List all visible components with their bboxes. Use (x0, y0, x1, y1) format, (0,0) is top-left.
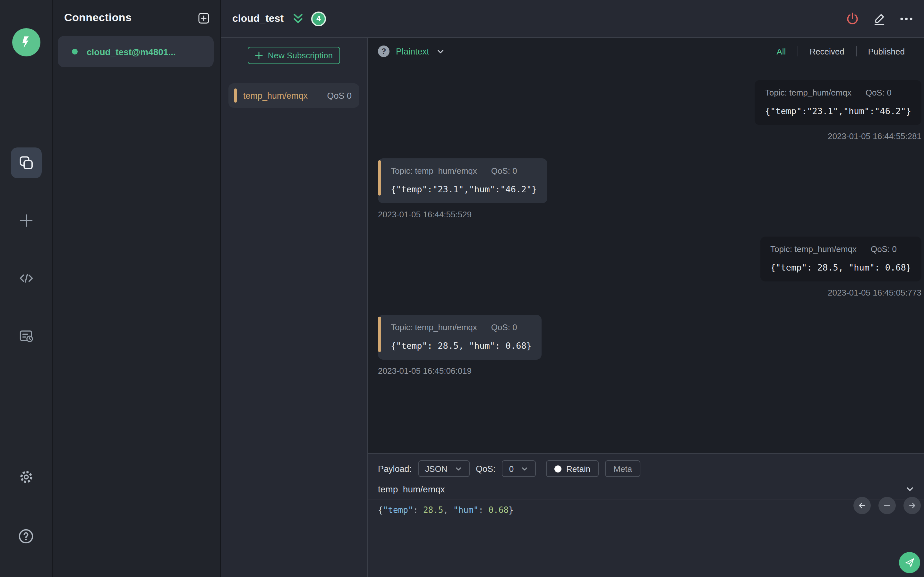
payload-label: Payload: (378, 464, 412, 474)
message-card: Topic: temp_hum/emqx QoS: 0 {"temp":"23.… (378, 158, 547, 203)
double-chevron-down-icon (291, 12, 305, 25)
editor-token: 0.68 (488, 505, 509, 515)
send-plane-icon (904, 557, 915, 568)
edit-connection-button[interactable] (871, 11, 887, 26)
plus-icon (255, 51, 263, 60)
message-timestamp: 2023-01-05 16:45:05:773 (828, 288, 921, 298)
minus-icon (882, 501, 892, 510)
connection-title: cloud_test (232, 13, 284, 24)
header-actions (845, 11, 914, 26)
send-button[interactable] (899, 552, 920, 573)
sidebar-item-connections[interactable] (11, 147, 41, 178)
payload-format-dropdown[interactable]: ? Plaintext (378, 45, 445, 57)
payload-editor[interactable]: {"temp": 28.5, "hum": 0.68} (368, 500, 924, 521)
power-icon (845, 11, 859, 26)
message-published: Topic: temp_hum/emqx QoS: 0 {"temp":"23.… (378, 80, 921, 141)
qos-value: 0 (509, 464, 514, 474)
gear-icon (18, 469, 34, 485)
format-help-icon[interactable]: ? (378, 45, 389, 57)
sidebar-bottom (11, 462, 41, 551)
messages-toolbar: ? Plaintext All Received Published (368, 38, 924, 65)
topic-input[interactable]: temp_hum/emqx (378, 484, 905, 494)
sidebar-item-log[interactable] (11, 321, 41, 351)
add-connection-button[interactable] (197, 11, 210, 24)
message-topic: Topic: temp_hum/emqx (391, 322, 477, 332)
subscription-item[interactable]: temp_hum/emqx QoS 0 (228, 83, 359, 108)
retain-label: Retain (566, 464, 590, 474)
disconnect-button[interactable] (845, 11, 860, 26)
sidebar-item-settings[interactable] (11, 462, 41, 492)
pencil-icon (872, 11, 887, 26)
message-timestamp: 2023-01-05 16:45:06:019 (378, 366, 472, 376)
code-icon (18, 270, 34, 287)
message-card: Topic: temp_hum/emqx QoS: 0 {"temp":"23.… (755, 80, 921, 125)
editor-token: : (478, 505, 488, 515)
connections-panel: Connections cloud_test@m4801... (53, 0, 221, 577)
retain-toggle[interactable]: Retain (546, 460, 599, 477)
history-prev-button[interactable] (853, 497, 871, 514)
message-count-badge: 4 (311, 11, 326, 26)
message-payload: {"temp":"23.1","hum":"46.2"} (391, 184, 537, 194)
chevron-down-icon (454, 464, 462, 473)
message-topic: Topic: temp_hum/emqx (771, 244, 857, 254)
editor-token: "hum" (453, 505, 478, 515)
editor-token: : (413, 505, 423, 515)
message-topic: Topic: temp_hum/emqx (765, 88, 851, 97)
history-clear-button[interactable] (879, 497, 896, 514)
plus-icon (18, 212, 34, 229)
retain-dot-icon (554, 465, 561, 472)
sidebar-item-help[interactable] (11, 521, 41, 551)
editor-token: 28.5 (423, 505, 443, 515)
arrow-right-icon (907, 501, 917, 510)
message-accent-bar (378, 317, 381, 351)
sidebar-item-new-connection[interactable] (11, 205, 41, 236)
message-payload: {"temp": 28.5, "hum": 0.68} (771, 262, 911, 272)
message-qos: QoS: 0 (491, 322, 517, 332)
qos-select[interactable]: 0 (502, 460, 535, 477)
connection-status-dot (72, 49, 78, 55)
collapse-connection-button[interactable] (291, 12, 305, 25)
filter-tab-all[interactable]: All (765, 47, 797, 56)
messages-pane: ? Plaintext All Received Published (368, 38, 924, 577)
message-qos: QoS: 0 (491, 166, 517, 176)
message-topic: Topic: temp_hum/emqx (391, 166, 477, 176)
collapse-editor-icon[interactable] (905, 484, 915, 494)
connection-header: cloud_test 4 (221, 0, 924, 38)
message-received: Topic: temp_hum/emqx QoS: 0 {"temp": 28.… (378, 315, 921, 376)
arrow-left-icon (857, 501, 867, 510)
subscription-topic: temp_hum/emqx (243, 91, 322, 100)
payload-format-value: JSON (425, 464, 447, 474)
new-subscription-button[interactable]: New Subscription (248, 47, 340, 64)
main-area: cloud_test 4 (221, 0, 924, 577)
message-qos: QoS: 0 (866, 88, 892, 97)
message-payload: {"temp": 28.5, "hum": 0.68} (391, 340, 531, 351)
connection-name: cloud_test@m4801... (87, 47, 176, 57)
chevron-down-icon (436, 47, 445, 56)
filter-tab-received[interactable]: Received (798, 47, 856, 56)
sidebar-item-script[interactable] (11, 263, 41, 293)
format-value: Plaintext (396, 47, 429, 56)
chevron-down-icon (520, 464, 528, 473)
editor-token: { (378, 505, 383, 515)
qos-label: QoS: (476, 464, 496, 474)
message-filters: All Received Published (765, 46, 916, 56)
message-list[interactable]: Topic: temp_hum/emqx QoS: 0 {"temp":"23.… (368, 65, 924, 453)
sidebar-nav (11, 147, 41, 351)
meta-button[interactable]: Meta (605, 460, 640, 477)
more-options-button[interactable] (898, 11, 914, 26)
logo-glyph (18, 34, 34, 51)
log-icon (18, 327, 34, 344)
connection-list-item[interactable]: cloud_test@m4801... (58, 36, 214, 67)
subscription-accent-bar (234, 89, 237, 103)
message-accent-bar (378, 160, 381, 195)
message-received: Topic: temp_hum/emqx QoS: 0 {"temp":"23.… (378, 158, 921, 219)
history-next-button[interactable] (903, 497, 921, 514)
message-published: Topic: temp_hum/emqx QoS: 0 {"temp": 28.… (378, 237, 921, 298)
subscriptions-panel: New Subscription temp_hum/emqx QoS 0 (221, 38, 368, 577)
connections-icon (18, 155, 34, 171)
payload-format-select[interactable]: JSON (418, 460, 469, 477)
filter-tab-published[interactable]: Published (857, 47, 916, 56)
mqttx-logo-icon (12, 28, 40, 56)
editor-token: , (443, 505, 453, 515)
ellipsis-icon (899, 11, 913, 26)
